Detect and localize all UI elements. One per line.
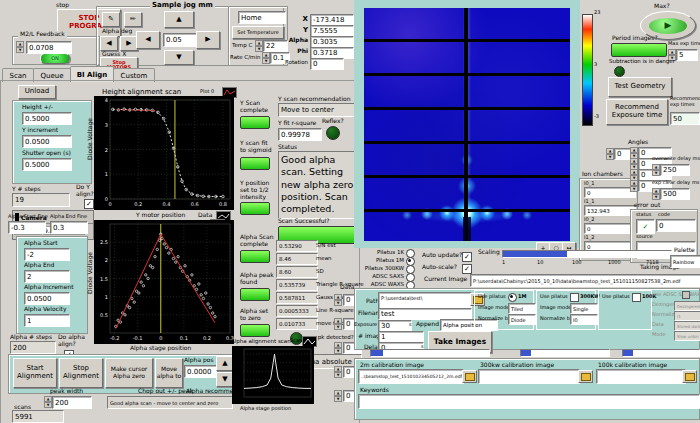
- p300-mode-value[interactable]: Single: [570, 303, 598, 314]
- play-icon: ▶: [665, 21, 672, 30]
- exposure-seconds: s: [409, 322, 412, 328]
- jog-left-button[interactable]: ◀: [136, 31, 160, 49]
- adsc-mode-label: Mode: [652, 332, 666, 338]
- data-spinner-2[interactable]: ▲▼: [334, 342, 342, 352]
- height-plot-xlabel: Y motor position: [136, 212, 185, 219]
- angle-spinner-0[interactable]: ▲▼: [630, 147, 638, 157]
- jog-down-button[interactable]: ▼: [164, 50, 194, 65]
- sn-est-value: 0.53290: [276, 240, 318, 252]
- recommend-exposure-button[interactable]: Recommend Exposure time: [606, 99, 668, 125]
- brush-icon: ✏: [130, 16, 136, 24]
- keywords-field[interactable]: [358, 394, 700, 409]
- p1m-mode-label: Image mode: [478, 305, 509, 311]
- y-fit-led: [240, 157, 270, 170]
- angle-spinner-2[interactable]: ▲▼: [630, 169, 638, 179]
- alpha-start-fine-field[interactable]: -0.3: [8, 221, 46, 234]
- alpha-deg-label: Alpha deg: [102, 28, 132, 35]
- angle-spinner-3[interactable]: ▲▼: [630, 180, 638, 190]
- calib-2m-browse-button[interactable]: [462, 370, 477, 383]
- temp-field[interactable]: 22: [263, 40, 288, 52]
- angles-index-spinner[interactable]: ▲▼: [606, 148, 614, 158]
- alpha-end-fine-field[interactable]: 0.3: [50, 221, 88, 234]
- detector-option-4: ADSC WAXS: [360, 281, 404, 287]
- angle-spinner-1[interactable]: ▲▼: [630, 158, 638, 168]
- overwrite-delay-spinner[interactable]: ▲▼: [652, 164, 660, 174]
- calib-100k-browse-button[interactable]: [682, 370, 697, 383]
- recommended-exp-label: Recommended exp times: [670, 96, 700, 108]
- alpha-end-field[interactable]: 2: [24, 270, 70, 283]
- overwrite-delay-field[interactable]: 250: [660, 164, 690, 176]
- alpha-peak-found-label: Alpha peak found: [240, 272, 274, 286]
- brush-tool-button[interactable]: ✏: [124, 12, 142, 27]
- p300-mode-label: Image mode: [540, 305, 571, 311]
- calib-100k-path[interactable]: [596, 369, 686, 384]
- jog-right-button[interactable]: ▶: [196, 31, 220, 49]
- data-spinner-4[interactable]: ▲▼: [334, 390, 342, 400]
- y-steps-label: Y # steps: [12, 186, 41, 193]
- expclear-delay-field[interactable]: 500: [660, 188, 690, 200]
- make-cursor-zero-button[interactable]: Make cursor Alpha zero: [105, 358, 153, 388]
- alpha-velocity-field[interactable]: 1: [24, 314, 70, 327]
- gauss-rsquare-value: 0.587811: [276, 292, 318, 304]
- alpha-jog-left-button[interactable]: ◀: [100, 36, 118, 51]
- rate-spinner[interactable]: ▲▼: [262, 52, 270, 62]
- auto-update-label: Auto update?: [422, 252, 462, 259]
- alpha-increment-field[interactable]: 0.0500: [24, 292, 70, 305]
- jog-up-button[interactable]: ▲: [164, 11, 194, 28]
- alpha-scan-complete-label: Alpha Scan complete: [240, 234, 274, 248]
- temp-spinner[interactable]: ▲▼: [255, 40, 263, 50]
- expclear-delay-spinner[interactable]: ▲▼: [652, 188, 660, 198]
- p1m-mode-value[interactable]: Tiled: [508, 303, 536, 314]
- scaling-slider[interactable]: [502, 250, 672, 258]
- move-alpha-to-button[interactable]: Move alpha to: [155, 358, 183, 388]
- svg-text:0: 0: [159, 335, 162, 341]
- do-y-align-checkbox[interactable]: ✓: [84, 199, 94, 209]
- alpha-start-field[interactable]: -2: [24, 248, 70, 261]
- unload-button[interactable]: Unload: [18, 85, 56, 99]
- y-recommendation-label: Y scan recommendation: [278, 96, 351, 103]
- test-geometry-button[interactable]: Test Geometry: [608, 77, 672, 97]
- data-spinner-3[interactable]: ▲▼: [334, 366, 342, 376]
- p300-norm-value[interactable]: I0: [570, 314, 598, 325]
- calib-300kw-path[interactable]: [478, 369, 580, 384]
- y-increment-field[interactable]: 0.0500: [22, 135, 72, 148]
- auto-scale-checkbox[interactable]: ✓: [462, 264, 472, 274]
- adsc-data-value: Stored dark: [674, 321, 700, 331]
- p1m-norm-value[interactable]: Diode: [508, 314, 536, 325]
- detector-option-3: ADSC SAXS: [360, 273, 404, 279]
- ion-i02-value: 0: [584, 223, 636, 234]
- calib-2m-path[interactable]: ..\beamstop_test_151010234505212_2m.edf: [358, 369, 464, 384]
- pencil-tool-button[interactable]: ✎: [102, 12, 120, 27]
- svg-text:2: 2: [105, 257, 108, 263]
- keywords-label: Keywords: [360, 387, 389, 394]
- move-to-position-value: 0.010733: [276, 318, 318, 330]
- stop-alignment-button[interactable]: Stop Alignment: [59, 358, 103, 388]
- alpha-plot-ylabel: Diode Voltage: [86, 252, 93, 294]
- p1m-use-radio[interactable]: [508, 293, 517, 302]
- line-rsquare-label: Line R-square: [316, 307, 354, 313]
- alpha-pos-label: Alpha pos: [184, 357, 214, 364]
- peak-width-spinner[interactable]: ▲▼: [44, 396, 52, 407]
- height-field[interactable]: 0.5000: [22, 112, 72, 125]
- palette-dropdown[interactable]: Rainbow▼: [670, 255, 700, 268]
- start-alignment-button[interactable]: Start Alignment: [13, 358, 57, 388]
- detector-image[interactable]: [364, 8, 570, 241]
- calib-300kw-browse-button[interactable]: [578, 370, 593, 383]
- shutter-open-field[interactable]: 0.5000: [22, 158, 72, 171]
- adsc-name: WAXS: [689, 292, 700, 298]
- p100-use-checkbox[interactable]: [632, 293, 641, 302]
- data-spinner-1[interactable]: ▲▼: [334, 318, 342, 328]
- alpha-pos-field[interactable]: 0.0000: [184, 365, 218, 378]
- auto-update-checkbox[interactable]: ✓: [462, 252, 472, 262]
- feedback-on-button[interactable]: ON: [40, 53, 70, 64]
- jog-step-field[interactable]: 0.05: [163, 33, 197, 47]
- data-spinner-0[interactable]: ▲▼: [334, 294, 342, 304]
- peak-width-field[interactable]: 200: [52, 396, 92, 409]
- svg-text:4: 4: [105, 97, 108, 103]
- set-temperature-button[interactable]: Set Temperature: [232, 26, 284, 39]
- palette-value: Rainbow: [673, 259, 694, 265]
- p300-use-checkbox[interactable]: [570, 293, 579, 302]
- feedback-spinner[interactable]: ▲▼: [16, 41, 24, 52]
- readout-rotation-value: 0: [310, 58, 344, 70]
- home-field[interactable]: Home: [238, 11, 286, 24]
